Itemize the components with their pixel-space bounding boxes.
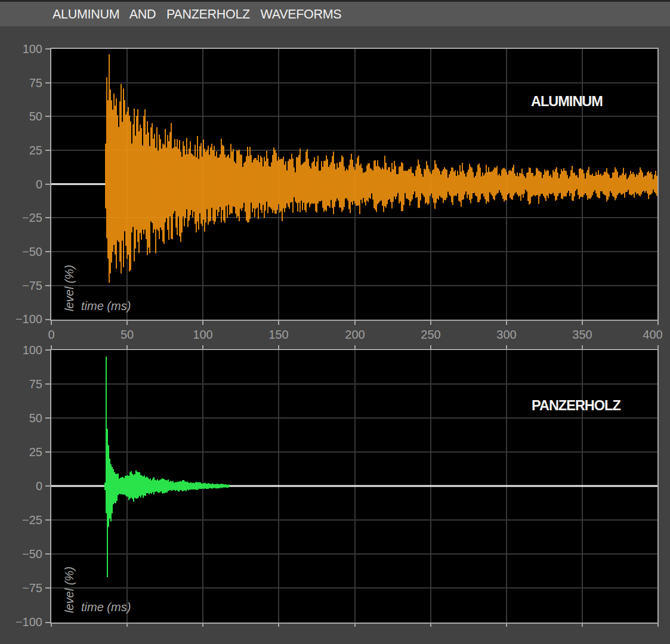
svg-text:time (ms): time (ms) — [81, 600, 131, 614]
svg-text:50: 50 — [121, 328, 134, 341]
svg-text:PANZERHOLZ: PANZERHOLZ — [532, 398, 620, 413]
svg-text:200: 200 — [345, 328, 365, 341]
svg-text:250: 250 — [421, 328, 440, 341]
svg-text:0: 0 — [36, 479, 42, 493]
svg-text:400: 400 — [643, 328, 662, 341]
svg-text:time (ms): time (ms) — [81, 299, 131, 312]
svg-text:level (%): level (%) — [63, 265, 76, 311]
svg-text:75: 75 — [29, 76, 42, 89]
svg-text:100: 100 — [193, 328, 212, 341]
svg-text:ALUMINUM AND PANZERHOLZ WAVEFO: ALUMINUM AND PANZERHOLZ WAVEFORMS — [53, 7, 341, 21]
svg-text:−50: −50 — [22, 547, 42, 561]
svg-text:100: 100 — [23, 42, 42, 55]
svg-text:−25: −25 — [22, 513, 42, 527]
svg-text:0: 0 — [48, 328, 54, 341]
svg-text:350: 350 — [572, 328, 592, 341]
svg-text:0: 0 — [36, 178, 42, 191]
svg-text:−100: −100 — [16, 615, 42, 628]
svg-text:−75: −75 — [22, 279, 42, 292]
svg-text:75: 75 — [29, 377, 42, 391]
svg-text:150: 150 — [268, 328, 288, 341]
svg-text:50: 50 — [29, 411, 42, 425]
svg-text:25: 25 — [29, 144, 42, 157]
svg-text:−25: −25 — [22, 211, 42, 224]
svg-text:50: 50 — [29, 110, 42, 123]
svg-text:−100: −100 — [16, 312, 42, 326]
svg-text:−50: −50 — [22, 245, 42, 258]
svg-text:level (%): level (%) — [63, 566, 76, 613]
svg-text:ALUMINUM: ALUMINUM — [531, 94, 603, 109]
svg-text:100: 100 — [23, 343, 42, 357]
svg-text:300: 300 — [496, 328, 516, 341]
svg-text:25: 25 — [29, 445, 42, 459]
svg-text:−75: −75 — [22, 581, 42, 595]
